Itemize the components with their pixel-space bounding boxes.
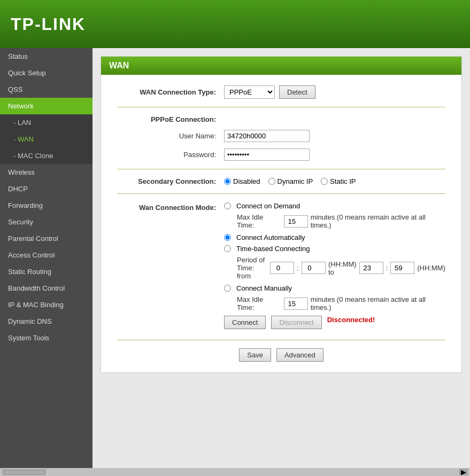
sidebar-item-static-routing[interactable]: Static Routing — [0, 263, 93, 280]
main-content: WAN WAN Connection Type: PPPoE Dynamic I… — [93, 48, 470, 468]
colon-1: : — [297, 264, 299, 272]
content-box: WAN WAN Connection Type: PPPoE Dynamic I… — [101, 56, 462, 373]
secondary-dynamic-ip-radio[interactable] — [268, 178, 275, 185]
wan-mode-options: Connect on Demand Max Idle Time: minutes… — [224, 202, 445, 329]
manually-idle-row: Max Idle Time: minutes (0 means remain a… — [237, 295, 445, 311]
logo: TP-LINK — [11, 14, 86, 34]
time-period-row: Period of Time: from : (HH:MM) to : (HH:… — [237, 256, 445, 280]
scrollbar-thumb[interactable] — [3, 470, 45, 475]
sidebar: Status Quick Setup QSS Network - LAN - W… — [0, 48, 93, 468]
mode-on-demand-radio[interactable] — [224, 202, 231, 209]
period-to-h[interactable] — [359, 262, 383, 274]
save-button[interactable]: Save — [239, 348, 271, 362]
detect-button[interactable]: Detect — [279, 85, 315, 99]
mode-automatically-row: Connect Automatically — [224, 233, 445, 241]
mode-on-demand-label: Connect on Demand — [236, 202, 300, 210]
connection-type-label: WAN Connection Type: — [117, 88, 224, 96]
mode-time-based-radio[interactable] — [224, 245, 231, 252]
period-to-m[interactable] — [390, 262, 414, 274]
connection-type-select[interactable]: PPPoE Dynamic IP Static IP L2TP PPTP — [224, 85, 275, 99]
sidebar-item-network[interactable]: Network — [0, 98, 93, 114]
connection-type-row: WAN Connection Type: PPPoE Dynamic IP St… — [117, 85, 445, 99]
connect-button[interactable]: Connect — [224, 316, 266, 329]
mode-automatically[interactable]: Connect Automatically — [224, 233, 305, 241]
sidebar-item-bandwidth-control[interactable]: Bandwidth Control — [0, 280, 93, 296]
scrollbar-area: ▶ — [0, 468, 470, 476]
period-label: Period of Time: from — [237, 256, 267, 280]
sidebar-item-quick-setup[interactable]: Quick Setup — [0, 65, 93, 81]
period-hhmm-2: (HH:MM) — [417, 264, 445, 272]
max-idle-label-1: Max Idle Time: — [237, 213, 281, 229]
max-idle-label-2: Max Idle Time: — [237, 295, 281, 311]
disconnect-button[interactable]: Disconnect — [271, 316, 321, 329]
connection-status: Disconnected! — [327, 316, 375, 329]
sidebar-item-wan[interactable]: - WAN — [0, 131, 93, 147]
max-idle-suffix-1: minutes (0 means remain active at all ti… — [311, 213, 445, 229]
max-idle-input-1[interactable] — [284, 215, 308, 228]
divider-1 — [117, 107, 445, 107]
mode-manually-row: Connect Manually — [224, 284, 445, 292]
period-hhmm-1: (HH:MM) to — [328, 260, 357, 276]
header: TP-LINK — [0, 0, 470, 48]
connect-action-row: Connect Disconnect Disconnected! — [224, 316, 445, 329]
mode-time-based-row: Time-based Connecting — [224, 245, 445, 253]
secondary-label: Secondary Connection: — [117, 177, 224, 185]
secondary-dynamic-ip[interactable]: Dynamic IP — [268, 177, 313, 185]
secondary-disabled[interactable]: Disabled — [224, 177, 260, 185]
username-label: User Name: — [117, 132, 224, 140]
scroll-right-arrow[interactable]: ▶ — [459, 469, 467, 475]
sidebar-item-dhcp[interactable]: DHCP — [0, 181, 93, 197]
sidebar-item-qss[interactable]: QSS — [0, 81, 93, 98]
mode-automatically-label: Connect Automatically — [236, 233, 305, 241]
password-label: Password: — [117, 151, 224, 159]
sidebar-item-forwarding[interactable]: Forwarding — [0, 197, 93, 214]
secondary-disabled-label: Disabled — [233, 177, 260, 185]
sidebar-item-status[interactable]: Status — [0, 48, 93, 65]
mode-automatically-radio[interactable] — [224, 234, 231, 241]
wan-mode-label: Wan Connection Mode: — [117, 202, 224, 212]
sidebar-item-parental-control[interactable]: Parental Control — [0, 230, 93, 247]
mode-time-based[interactable]: Time-based Connecting — [224, 245, 310, 253]
max-idle-input-2[interactable] — [284, 298, 308, 310]
divider-2 — [117, 169, 445, 169]
password-row: Password: — [117, 149, 445, 161]
secondary-dynamic-ip-label: Dynamic IP — [278, 177, 313, 185]
divider-3 — [117, 193, 445, 194]
mode-on-demand[interactable]: Connect on Demand — [224, 202, 300, 210]
sidebar-item-access-control[interactable]: Access Control — [0, 247, 93, 263]
secondary-disabled-radio[interactable] — [224, 178, 231, 185]
secondary-radio-group: Disabled Dynamic IP Static IP — [224, 177, 356, 185]
period-from-m[interactable] — [302, 262, 326, 274]
colon-2: : — [386, 264, 388, 272]
advanced-button[interactable]: Advanced — [276, 348, 323, 362]
sidebar-item-lan[interactable]: - LAN — [0, 114, 93, 131]
password-input[interactable] — [224, 149, 310, 161]
max-idle-suffix-2: minutes (0 means remain active at all ti… — [311, 295, 445, 311]
main-layout: Status Quick Setup QSS Network - LAN - W… — [0, 48, 470, 468]
sidebar-item-security[interactable]: Security — [0, 214, 93, 230]
username-row: User Name: — [117, 130, 445, 142]
secondary-static-ip-label: Static IP — [330, 177, 356, 185]
sidebar-item-dynamic-dns[interactable]: Dynamic DNS — [0, 313, 93, 330]
secondary-connection-row: Secondary Connection: Disabled Dynamic I… — [117, 177, 445, 185]
mode-on-demand-row: Connect on Demand — [224, 202, 445, 210]
on-demand-idle-row: Max Idle Time: minutes (0 means remain a… — [237, 213, 445, 229]
page-title: WAN — [101, 57, 461, 75]
pppoe-label: PPPoE Connection: — [117, 115, 224, 123]
secondary-static-ip-radio[interactable] — [321, 178, 328, 185]
bottom-actions: Save Advanced — [117, 340, 445, 362]
sidebar-item-ip-mac-binding[interactable]: IP & MAC Binding — [0, 296, 93, 313]
secondary-static-ip[interactable]: Static IP — [321, 177, 356, 185]
sidebar-item-mac-clone[interactable]: - MAC Clone — [0, 147, 93, 164]
sidebar-item-wireless[interactable]: Wireless — [0, 164, 93, 181]
mode-manually[interactable]: Connect Manually — [224, 284, 292, 292]
mode-time-based-label: Time-based Connecting — [236, 245, 310, 253]
mode-manually-radio[interactable] — [224, 285, 231, 292]
wan-mode-row: Wan Connection Mode: Connect on Demand M… — [117, 202, 445, 329]
period-from-h[interactable] — [270, 262, 294, 274]
sidebar-item-system-tools[interactable]: System Tools — [0, 330, 93, 346]
content-body: WAN Connection Type: PPPoE Dynamic IP St… — [101, 75, 461, 372]
username-input[interactable] — [224, 130, 310, 142]
mode-manually-label: Connect Manually — [236, 284, 292, 292]
pppoe-section-row: PPPoE Connection: — [117, 115, 445, 123]
